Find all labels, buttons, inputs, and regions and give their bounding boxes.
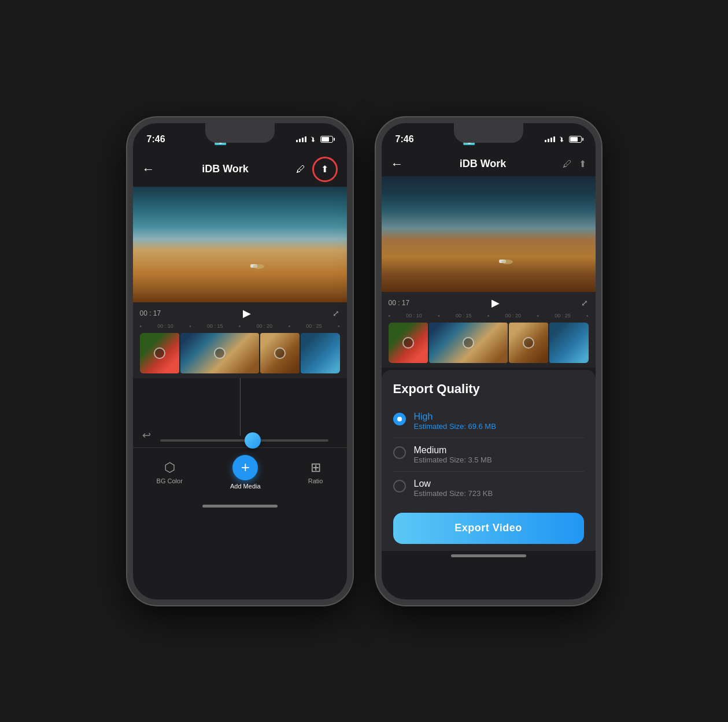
quality-name-high: High [414, 412, 496, 422]
battery-icon-left [320, 136, 333, 143]
quality-option-medium[interactable]: Medium Estimated Size: 3.5 MB [393, 439, 584, 470]
signal-icon-right [545, 136, 555, 142]
left-phone: 7:46 🌅 ▬ ⮯ ← iDB Wo [127, 117, 353, 605]
quality-option-low[interactable]: Low Estimated Size: 723 KB [393, 473, 584, 503]
status-center-icons-left: 🌅 ▬ [214, 133, 247, 146]
edit-icon-left[interactable]: 🖊 [296, 164, 305, 175]
camera-dot-left [231, 137, 236, 142]
scrub-line-left [240, 378, 241, 436]
share-button-left[interactable]: ⬆ [312, 157, 338, 182]
status-bar-right: 7:46 🌅 ▬ ⮯ [382, 123, 596, 152]
status-bar-left: 7:46 🌅 ▬ ⮯ [133, 123, 347, 152]
status-time-right: 7:46 [396, 134, 414, 145]
wifi-icon-left: ⮯ [310, 135, 317, 143]
timeline-controls-right: 00 : 17 ▶ ⤢ [389, 297, 589, 309]
ratio-tool[interactable]: ⊞ Ratio [308, 460, 323, 484]
clip-circle-1 [154, 347, 165, 359]
scrubber-thumb-left[interactable] [245, 432, 261, 449]
timeline-ruler-left: • 00 : 10 • 00 : 15 • 00 : 20 • 00 : 25 … [140, 322, 340, 331]
edit-icon-right[interactable]: 🖊 [563, 159, 572, 169]
status-right-icons-left: ⮯ [296, 135, 333, 143]
ruler-mark-2: 00 : 15 [191, 323, 239, 329]
video-dust-right [501, 260, 513, 264]
clip-circle-2 [214, 347, 226, 359]
undo-button-left[interactable]: ↩ [142, 429, 151, 442]
status-time-left: 7:46 [147, 134, 165, 145]
timeline-controls-left: 00 : 17 ▶ ⤢ [140, 307, 340, 320]
clip-desert1-right[interactable] [429, 323, 508, 363]
share-icon-left: ⬆ [321, 164, 328, 175]
speaker-icon-left: ▬ [241, 135, 247, 143]
play-button-right[interactable]: ▶ [492, 297, 500, 309]
clip-strawberry[interactable] [140, 333, 179, 373]
divider-2 [393, 471, 584, 472]
timeline-time-right: 00 : 17 [389, 299, 410, 307]
video-dust [253, 264, 264, 269]
scrubber-track-left[interactable] [160, 439, 328, 442]
page-title-right: iDB Work [460, 158, 507, 170]
bg-color-label: BG Color [157, 477, 183, 484]
scrub-area-left: ↩ [133, 378, 347, 447]
clip-desert2-right[interactable] [509, 323, 548, 363]
nav-bar-left: ← iDB Work 🖊 ⬆ [133, 152, 347, 187]
video-preview-left [133, 187, 347, 302]
home-indicator-right [451, 554, 526, 557]
ruler-mark-r4: 00 : 25 [539, 313, 586, 319]
quality-size-medium: Estimated Size: 3.5 MB [414, 456, 492, 464]
screenshots-container: 7:46 🌅 ▬ ⮯ ← iDB Wo [127, 117, 601, 605]
clip-desert2[interactable] [260, 333, 300, 373]
bg-color-tool[interactable]: ⬡ BG Color [157, 460, 183, 484]
signal-icon-left [296, 136, 306, 142]
timeline-ruler-right: • 00 : 10 • 00 : 15 • 00 : 20 • 00 : 25 … [389, 312, 589, 320]
radio-inner-high [397, 417, 402, 421]
back-button-right[interactable]: ← [391, 157, 404, 172]
camera-dot-right [480, 137, 485, 142]
clip-desert1[interactable] [180, 333, 259, 373]
quality-name-low: Low [414, 479, 493, 489]
quality-info-high: High Estimated Size: 69.6 MB [414, 412, 496, 431]
fullscreen-button-left[interactable]: ⤢ [332, 309, 339, 318]
add-media-button[interactable]: + [232, 455, 258, 480]
battery-icon-right [569, 136, 582, 143]
export-video-button[interactable]: Export Video [393, 513, 584, 544]
export-panel: Export Quality High Estimated Size: 69.6… [382, 370, 596, 551]
radio-low[interactable] [393, 480, 406, 493]
app-icon-left: 🌅 [214, 133, 227, 146]
quality-option-high[interactable]: High Estimated Size: 69.6 MB [393, 406, 584, 436]
nav-bar-right: ← iDB Work 🖊 ⬆ [382, 152, 596, 176]
ruler-mark-r3: 00 : 20 [489, 313, 537, 319]
radio-high[interactable] [393, 413, 406, 425]
status-right-icons-right: ⮯ [545, 135, 582, 143]
clip-water[interactable] [301, 333, 340, 373]
fullscreen-button-right[interactable]: ⤢ [581, 298, 588, 308]
quality-info-medium: Medium Estimated Size: 3.5 MB [414, 445, 492, 464]
home-indicator-left [202, 505, 278, 508]
quality-size-low: Estimated Size: 723 KB [414, 489, 493, 498]
back-button-left[interactable]: ← [142, 162, 155, 177]
timeline-area-right: 00 : 17 ▶ ⤢ • 00 : 10 • 00 : 15 • 00 : 2… [382, 292, 596, 368]
clip-circle-r1 [402, 337, 414, 349]
ruler-mark-4: 00 : 25 [290, 323, 338, 329]
add-media-label: Add Media [230, 483, 261, 490]
timeline-clips-left [140, 333, 340, 373]
speaker-icon-right: ▬ [489, 135, 496, 143]
clip-strawberry-right[interactable] [389, 323, 428, 363]
nav-actions-left: 🖊 ⬆ [296, 157, 338, 182]
clip-water-right[interactable] [549, 323, 589, 363]
page-title-left: iDB Work [202, 163, 249, 175]
radio-medium[interactable] [393, 446, 406, 459]
timeline-time-left: 00 : 17 [140, 309, 161, 317]
add-media-tool[interactable]: + Add Media [230, 455, 261, 490]
status-center-icons-right: 🌅 ▬ [463, 133, 496, 146]
share-icon-right[interactable]: ⬆ [579, 158, 586, 169]
play-button-left[interactable]: ▶ [243, 307, 251, 320]
app-icon-right: 🌅 [463, 133, 475, 146]
ratio-label: Ratio [308, 477, 323, 484]
ruler-mark-1: 00 : 10 [142, 323, 189, 329]
clip-circle-r3 [523, 337, 534, 349]
ratio-icon: ⊞ [311, 460, 321, 475]
quality-size-high: Estimated Size: 69.6 MB [414, 422, 496, 431]
right-phone: 7:46 🌅 ▬ ⮯ ← iDB Wo [376, 117, 601, 605]
timeline-clips-right [389, 323, 589, 363]
clip-circle-r2 [463, 337, 474, 349]
